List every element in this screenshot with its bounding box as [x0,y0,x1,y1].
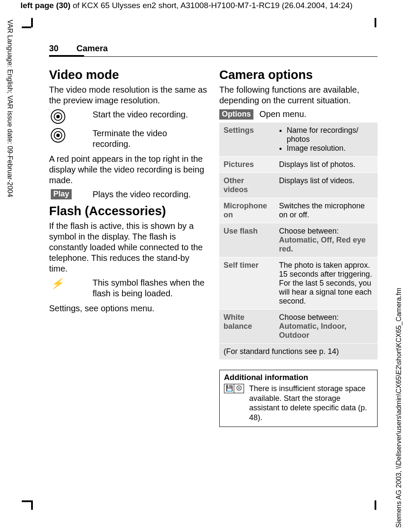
row-label: Pictures [219,157,275,173]
additional-info-box: Additional information 💾☹ There is insuf… [219,370,378,427]
section-title: Camera [76,44,108,53]
rule-thick [49,55,84,57]
video-mode-heading: Video mode [49,68,207,82]
row-label: Use flash [219,223,275,257]
flash-symbol-text: This symbol flashes when the flash is be… [93,278,207,299]
crop-mark [31,18,33,27]
disk-icon: 💾 [224,384,234,393]
table-row-settings: Settings Name for recordings/ photos Ima… [219,123,378,157]
stop-recording-text: Terminate the video recording. [93,128,207,149]
start-recording-row: Start the video recording. [49,109,207,124]
table-row-other-videos: Other videos Displays list of videos. [219,173,378,198]
page-number: 30 [49,44,58,53]
stop-recording-row: Terminate the video recording. [49,128,207,149]
page-content: 30 Camera Video mode The video mode reso… [49,44,378,427]
table-row-self-timer: Self timer The photo is taken approx. 15… [219,257,378,310]
row-label: White balance [219,310,275,344]
flash-intro: If the flash is active, this is shown by… [49,221,207,274]
options-table: Settings Name for recordings/ photos Ima… [219,122,378,360]
row-value: Name for recordings/ photos Image resolu… [275,123,378,157]
row-value: Displays list of videos. [275,173,378,198]
left-column: Video mode The video mode resolution is … [49,65,207,427]
crop-mark [375,18,376,27]
video-mode-intro: The video mode resolution is the same as… [49,85,207,106]
row-label: Other videos [219,173,275,198]
print-header: left page (30) of KCX 65 Ulysses en2 sho… [20,1,352,10]
row-value: The photo is taken approx. 15 seconds af… [275,257,378,310]
columns: Video mode The video mode resolution is … [49,65,378,427]
running-head: 30 Camera [49,44,378,55]
settings-bullet-2: Image resolution. [287,144,373,153]
options-open-menu-text: Open menu. [259,109,306,119]
right-column: Camera options The following functions a… [219,65,378,427]
print-header-rest: of KCX 65 Ulysses en2 short, A31008-H710… [70,1,352,10]
flash-settings-note: Settings, see options menu. [49,303,207,314]
camera-options-intro: The following functions are available, d… [219,85,378,106]
row-label: Microphone on [219,198,275,223]
crop-mark [22,26,31,28]
camera-options-heading: Camera options [219,68,378,82]
flash-heading: Flash (Accessories) [49,204,207,218]
options-footer: (For standard functions see p. 14) [219,344,378,360]
frown-icon: ☹ [234,384,244,393]
additional-info-title: Additional information [224,373,373,382]
white-balance-options: Automatic, Indoor, Outdoor [279,322,346,339]
additional-info-row: 💾☹ There is insufficient storage space a… [224,384,373,422]
play-softkey: Play [49,189,86,199]
row-label: Settings [219,123,275,157]
play-softkey-label: Play [51,189,72,199]
table-row-white-balance: White balance Choose between: Automatic,… [219,310,378,344]
table-row-footer: (For standard functions see p. 14) [219,344,378,360]
rule-thin [84,56,378,57]
table-row-microphone: Microphone on Switches the microphone on… [219,198,378,223]
side-text-right: Siemens AG 2003, \\Dellserver\users\admi… [395,254,404,528]
header-rule [49,55,378,57]
start-recording-text: Start the video recording. [93,109,207,120]
use-flash-options: Automatic, Off, Red eye red. [279,236,366,253]
row-value: Displays list of photos. [275,157,378,173]
crop-mark [375,500,376,510]
table-row-pictures: Pictures Displays list of photos. [219,157,378,173]
crop-mark [22,500,31,502]
record-button-icon [49,109,86,124]
side-text-left: VAR Language: English; VAR issue date: 0… [5,20,14,233]
white-balance-lead: Choose between: [279,313,339,322]
play-row: Play Plays the video recording. [49,189,207,200]
row-value: Choose between: Automatic, Off, Red eye … [275,223,378,257]
record-button-icon [49,128,86,143]
row-value: Choose between: Automatic, Indoor, Outdo… [275,310,378,344]
row-label: Self timer [219,257,275,310]
crop-mark [31,500,33,510]
additional-info-text: There is insufficient storage space avai… [249,384,373,422]
row-value: Switches the microphone on or off. [275,198,378,223]
table-row-use-flash: Use flash Choose between: Automatic, Off… [219,223,378,257]
settings-bullet-1: Name for recordings/ photos [287,126,373,144]
options-softkey: Options [219,109,253,120]
storage-icon: 💾☹ [224,384,244,393]
use-flash-lead: Choose between: [279,227,339,235]
red-point-note: A red point appears in the top right in … [49,154,207,186]
flash-symbol-row: ⚡ This symbol flashes when the flash is … [49,278,207,299]
options-open-menu-row: Options Open menu. [219,109,378,120]
play-text: Plays the video recording. [93,189,207,200]
flash-icon: ⚡ [49,278,86,289]
print-header-prefix: left page (30) [20,1,70,10]
